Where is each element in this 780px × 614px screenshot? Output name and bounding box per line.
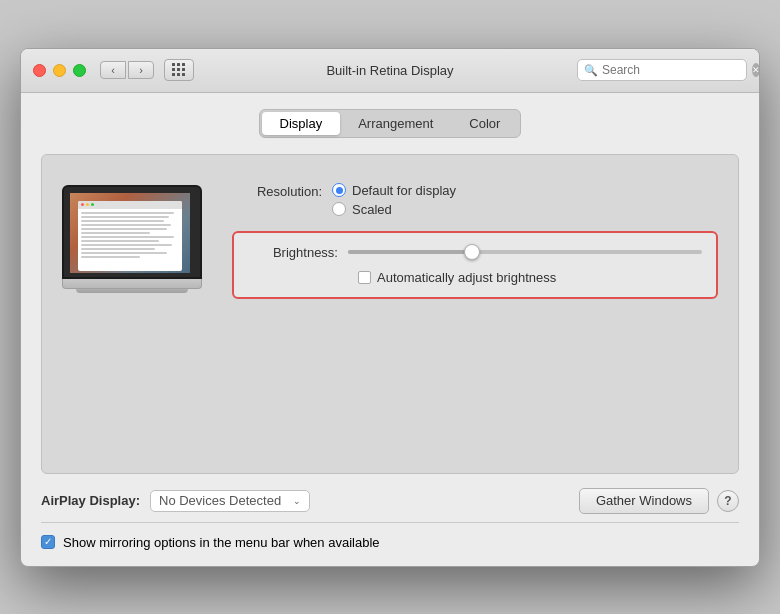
close-button[interactable] — [33, 64, 46, 77]
nav-buttons: ‹ › — [100, 61, 154, 79]
search-input[interactable] — [602, 63, 752, 77]
dropdown-arrow-icon: ⌄ — [293, 496, 301, 506]
back-icon: ‹ — [111, 64, 115, 76]
search-icon: 🔍 — [584, 64, 598, 77]
radio-circle-scaled — [332, 202, 346, 216]
airplay-section: AirPlay Display: No Devices Detected ⌄ G… — [41, 474, 739, 522]
tab-color[interactable]: Color — [451, 112, 518, 135]
back-button[interactable]: ‹ — [100, 61, 126, 79]
auto-brightness-row: Automatically adjust brightness — [248, 270, 702, 285]
mirroring-label: Show mirroring options in the menu bar w… — [63, 535, 380, 550]
tab-group: Display Arrangement Color — [259, 109, 522, 138]
auto-brightness-checkbox-box — [358, 271, 371, 284]
help-button[interactable]: ? — [717, 490, 739, 512]
maximize-button[interactable] — [73, 64, 86, 77]
window-title: Built-in Retina Display — [326, 63, 453, 78]
mirroring-checkbox[interactable]: ✓ — [41, 535, 55, 549]
forward-icon: › — [139, 64, 143, 76]
display-area: Resolution: Default for display Scaled — [41, 154, 739, 474]
brightness-row: Brightness: — [248, 245, 702, 260]
resolution-section: Resolution: Default for display Scaled — [232, 183, 718, 217]
resolution-label: Resolution: — [232, 183, 332, 199]
checkmark-icon: ✓ — [44, 537, 52, 547]
tab-arrangement[interactable]: Arrangement — [340, 112, 451, 135]
laptop-illustration — [62, 185, 202, 293]
mirroring-row: ✓ Show mirroring options in the menu bar… — [41, 522, 739, 550]
brightness-slider-wrap — [348, 250, 702, 254]
brightness-label: Brightness: — [248, 245, 348, 260]
grid-button[interactable] — [164, 59, 194, 81]
radio-scaled[interactable]: Scaled — [332, 202, 456, 217]
brightness-section: Brightness: Automatically adjust brightn… — [232, 231, 718, 299]
traffic-lights — [33, 64, 86, 77]
airplay-dropdown[interactable]: No Devices Detected ⌄ — [150, 490, 310, 512]
laptop — [62, 185, 202, 293]
radio-circle-default — [332, 183, 346, 197]
content-area: Display Arrangement Color — [21, 93, 759, 566]
airplay-selected: No Devices Detected — [159, 493, 287, 508]
resolution-radio-group: Default for display Scaled — [332, 183, 456, 217]
tab-display[interactable]: Display — [262, 112, 341, 135]
airplay-label: AirPlay Display: — [41, 493, 140, 508]
minimize-button[interactable] — [53, 64, 66, 77]
settings-panel: Resolution: Default for display Scaled — [232, 175, 718, 299]
main-window: ‹ › Built-in Retina Display 🔍 ✕ — [20, 48, 760, 567]
titlebar: ‹ › Built-in Retina Display 🔍 ✕ — [21, 49, 759, 93]
forward-button[interactable]: › — [128, 61, 154, 79]
clear-icon: ✕ — [752, 65, 760, 75]
gather-windows-button[interactable]: Gather Windows — [579, 488, 709, 514]
search-clear-button[interactable]: ✕ — [752, 63, 760, 77]
brightness-slider-thumb[interactable] — [464, 244, 480, 260]
brightness-slider-track[interactable] — [348, 250, 702, 254]
radio-default[interactable]: Default for display — [332, 183, 456, 198]
auto-brightness-label: Automatically adjust brightness — [377, 270, 556, 285]
bottom-actions: Gather Windows ? — [579, 488, 739, 514]
radio-default-label: Default for display — [352, 183, 456, 198]
grid-icon — [172, 63, 186, 77]
auto-brightness-checkbox[interactable]: Automatically adjust brightness — [358, 270, 556, 285]
tab-bar: Display Arrangement Color — [41, 109, 739, 138]
help-icon: ? — [724, 494, 731, 508]
radio-scaled-label: Scaled — [352, 202, 392, 217]
search-box[interactable]: 🔍 ✕ — [577, 59, 747, 81]
radio-dot-default — [336, 187, 343, 194]
brightness-slider-fill — [348, 250, 472, 254]
